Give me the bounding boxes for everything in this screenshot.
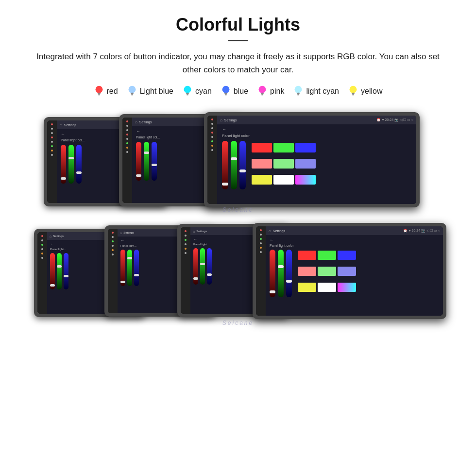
device-card-3: ⌂ Settings ⏰ ♥ 20:24 📷 ◁ ☐ ▭ ○ ← Panel l… (204, 112, 420, 207)
bulb-icon-lightblue (127, 85, 137, 98)
svg-rect-8 (187, 95, 188, 96)
device-row-2: ⌂ Settings ⚙ ✦ ← Panel light... (29, 223, 447, 327)
color-item-lightblue: Light blue (127, 85, 173, 98)
svg-point-12 (259, 86, 266, 93)
svg-point-15 (295, 86, 302, 93)
watermark-1: Seicane (222, 206, 254, 213)
bulb-icon-blue (221, 85, 231, 98)
svg-rect-20 (352, 95, 354, 96)
svg-rect-17 (298, 95, 300, 96)
svg-point-9 (222, 86, 229, 93)
bulb-icon-lightcyan (293, 85, 304, 98)
svg-rect-11 (225, 95, 227, 96)
svg-rect-14 (261, 95, 263, 96)
title-divider (228, 40, 248, 41)
watermark-2: Seicane (222, 320, 254, 326)
bulb-icon-yellow (348, 85, 358, 98)
svg-rect-7 (186, 93, 189, 95)
svg-rect-1 (98, 93, 101, 95)
page-wrapper: Colorful Lights Integrated with 7 colors… (0, 0, 476, 347)
svg-rect-13 (261, 93, 264, 95)
bulb-icon-pink (257, 85, 268, 98)
bulb-icon-cyan (182, 85, 193, 98)
device-row-1: ⌂ Settings ⚙ ✦ ← Panel light col... (29, 112, 447, 214)
color-label-blue: blue (234, 87, 248, 96)
color-item-lightcyan: light cyan (293, 85, 339, 98)
svg-point-3 (128, 86, 136, 93)
color-label-cyan: cyan (195, 87, 212, 96)
bulb-icon-red (94, 85, 104, 98)
svg-rect-2 (98, 95, 100, 96)
page-title: Colorful Lights (19, 15, 457, 35)
description: Integrated with 7 colors of button indic… (29, 50, 447, 76)
svg-rect-4 (131, 93, 134, 95)
color-item-red: red (94, 85, 118, 98)
color-item-yellow: yellow (348, 85, 382, 98)
svg-rect-16 (297, 93, 300, 95)
color-label-lightblue: Light blue (140, 87, 173, 96)
color-label-lightcyan: light cyan (306, 87, 339, 96)
svg-rect-10 (224, 93, 227, 95)
color-item-pink: pink (257, 85, 284, 98)
color-label-red: red (107, 87, 118, 96)
color-indicators: red Light blue cyan (19, 85, 457, 98)
color-item-blue: blue (221, 85, 248, 98)
svg-rect-5 (131, 95, 133, 96)
svg-point-6 (184, 86, 191, 93)
svg-rect-19 (352, 93, 355, 95)
svg-point-18 (350, 86, 357, 93)
color-label-yellow: yellow (361, 87, 382, 96)
svg-point-0 (95, 86, 102, 93)
device-card-7: ⌂ Settings ⏰ ♥ 20:24 📷 ◁ ☐ ▭ ○ ← Panel l… (253, 223, 446, 319)
color-label-pink: pink (270, 87, 284, 96)
color-item-cyan: cyan (182, 85, 212, 98)
